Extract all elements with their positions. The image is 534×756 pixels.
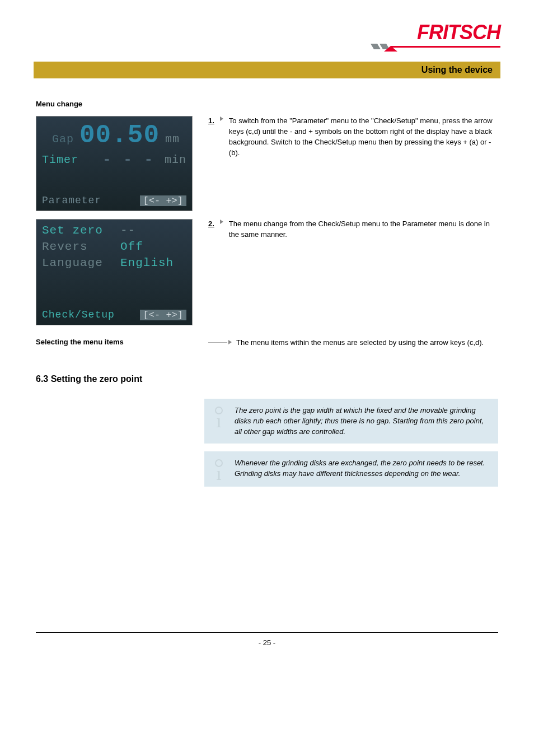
language-value: English [120,256,174,269]
step1-num: 1. [208,116,214,158]
lcd2-status-name: Check/Setup [42,309,115,320]
revers-value: Off [120,240,143,253]
info-icon: ı [211,405,227,427]
lcd-parameter: Gap 00.50 mm Timer - - - min Parameter [… [36,116,193,211]
logo-row: FRITSCH [34,0,500,62]
info1-text: The zero point is the gap width at which… [235,405,489,437]
gap-value: 00.50 [79,121,160,150]
menu-change-heading: Menu change [36,100,498,108]
selecting-row: Selecting the menu items The menu items … [36,338,498,348]
timer-value: - - - [102,151,154,168]
selecting-label: Selecting the menu items [36,338,193,348]
long-arrow-icon [208,340,232,344]
setzero-label: Set zero [42,224,107,237]
step1-text: To switch from the "Parameter" menu to t… [229,116,498,158]
timer-label: Timer [42,153,78,166]
page: FRITSCH Using the device Menu change Gap… [0,0,534,664]
timer-unit: min [165,153,186,166]
lcd1-status-arrows: [<- +>] [140,195,186,206]
lcd2-wrap: Set zero -- Revers Off Language English … [36,219,193,333]
section-heading: 6.3 Setting the zero point [36,374,498,384]
arrow-right-icon [220,116,223,121]
info2-text: Whenever the grinding disks are exchange… [235,458,489,479]
lcd2-status-arrows: [<- +>] [140,310,186,320]
step2-col: 2. The menu change from the Check/Setup … [208,219,498,333]
step2-num: 2. [208,219,214,240]
gap-label: Gap [52,133,74,146]
info-box-2: ı Whenever the grinding disks are exchan… [204,451,498,486]
gap-unit: mm [165,133,180,146]
revers-label: Revers [42,240,107,253]
arrow-right-icon [220,220,223,224]
lcd-check-setup: Set zero -- Revers Off Language English … [36,219,193,325]
selecting-text: The menu items within the menus are sele… [236,338,484,348]
selecting-text-wrap: The menu items within the menus are sele… [208,338,498,348]
info-icon: ı [211,458,227,479]
content: Menu change Gap 00.50 mm Timer - - - min [34,100,500,647]
footer: - 25 - [36,632,498,647]
step1-col: 1. To switch from the "Parameter" menu t… [208,116,498,219]
step2-text: The menu change from the Check/Setup men… [229,219,498,240]
logo: FRITSCH [371,22,500,52]
svg-rect-2 [391,46,500,48]
svg-marker-0 [371,44,381,49]
setzero-value: -- [120,224,135,237]
logo-underline-icon [371,44,500,52]
info-box-1: ı The zero point is the gap width at whi… [204,399,498,444]
logo-text: FRITSCH [417,22,500,43]
row-1: Gap 00.50 mm Timer - - - min Parameter [… [36,116,498,219]
language-label: Language [42,256,107,269]
lcd1-status-name: Parameter [42,195,101,206]
row-2: Set zero -- Revers Off Language English … [36,219,498,333]
title-bar: Using the device [34,62,500,78]
lcd1-wrap: Gap 00.50 mm Timer - - - min Parameter [… [36,116,193,219]
